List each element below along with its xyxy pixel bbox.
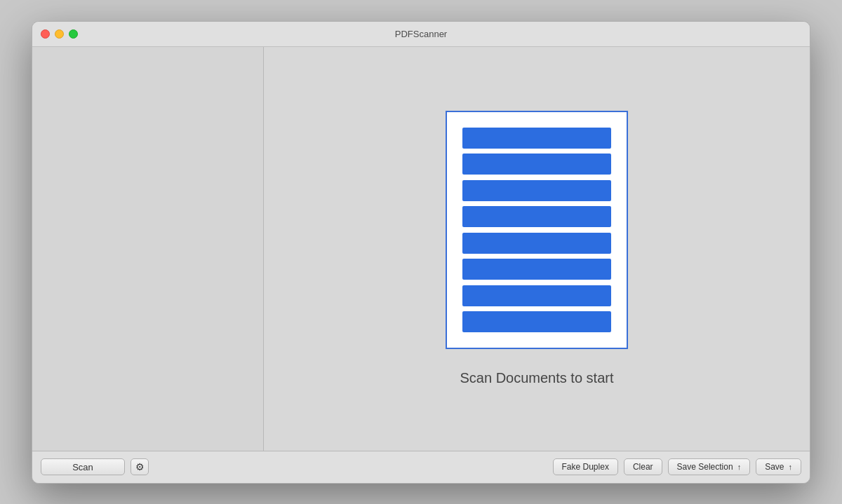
- close-button[interactable]: [41, 29, 50, 39]
- doc-stripe-6: [462, 259, 611, 280]
- doc-stripe-7: [462, 285, 611, 306]
- content-area: Scan Documents to start: [264, 47, 810, 451]
- toolbar-left: Scan ⚙: [41, 458, 272, 475]
- titlebar: PDFScanner: [32, 22, 810, 47]
- gear-icon: ⚙: [135, 461, 145, 472]
- save-selection-upload-icon: ↑: [737, 463, 742, 471]
- scan-prompt: Scan Documents to start: [460, 370, 614, 386]
- toolbar-right: Fake Duplex Clear Save Selection ↑ Save …: [272, 458, 801, 475]
- scan-button[interactable]: Scan: [41, 458, 125, 475]
- doc-stripe-3: [462, 180, 611, 201]
- save-button[interactable]: Save ↑: [756, 458, 801, 475]
- gear-button[interactable]: ⚙: [131, 458, 149, 475]
- toolbar: Scan ⚙ Fake Duplex Clear Save Selection …: [32, 451, 810, 483]
- document-preview: [446, 111, 628, 349]
- window-title: PDFScanner: [395, 29, 447, 39]
- clear-button[interactable]: Clear: [624, 458, 662, 475]
- maximize-button[interactable]: [69, 29, 78, 39]
- save-selection-label: Save Selection: [677, 462, 733, 472]
- doc-stripe-4: [462, 206, 611, 227]
- main-area: Scan Documents to start: [32, 47, 810, 451]
- save-upload-icon: ↑: [789, 463, 793, 471]
- sidebar: [32, 47, 264, 451]
- doc-stripe-2: [462, 154, 611, 175]
- save-selection-button[interactable]: Save Selection ↑: [668, 458, 751, 475]
- doc-stripe-5: [462, 233, 611, 254]
- fake-duplex-button[interactable]: Fake Duplex: [553, 458, 618, 475]
- traffic-lights: [41, 29, 78, 39]
- app-window: PDFScanner Scan Documents to start Scan: [32, 21, 810, 484]
- doc-stripe-1: [462, 128, 611, 149]
- minimize-button[interactable]: [55, 29, 64, 39]
- save-label: Save: [765, 462, 784, 472]
- doc-stripe-8: [462, 311, 611, 332]
